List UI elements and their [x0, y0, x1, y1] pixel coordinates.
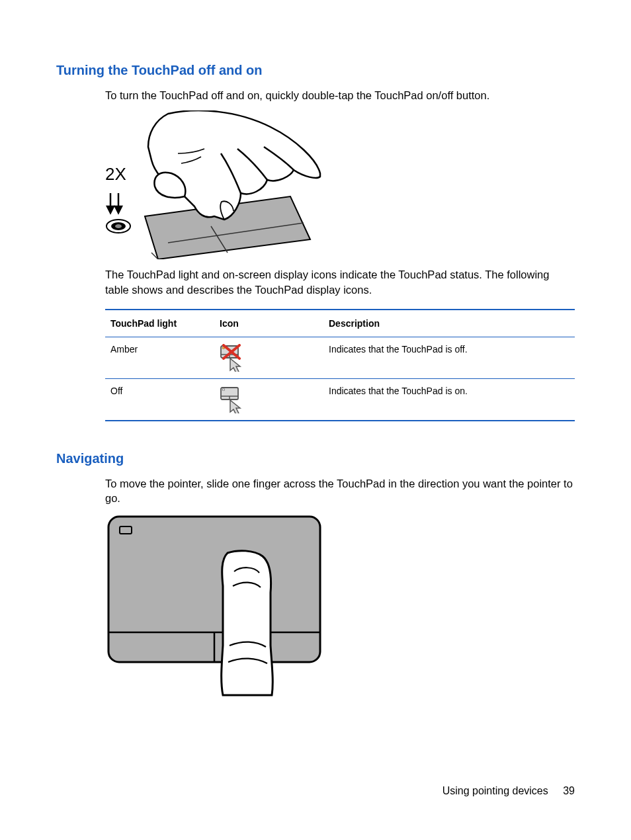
cell-light-off: Off: [105, 378, 214, 421]
footer-page-number: 39: [563, 785, 575, 796]
table-touchpad-icons: TouchPad light Icon Description Amber: [105, 309, 575, 421]
svg-rect-20: [223, 389, 225, 390]
text-table-intro: The TouchPad light and on-screen display…: [56, 267, 575, 297]
svg-point-10: [115, 224, 122, 228]
cell-icon-on: [214, 378, 323, 421]
label-2x: 2X: [105, 164, 126, 184]
cell-desc-off: Indicates that the TouchPad is off.: [323, 337, 575, 378]
footer-section-title: Using pointing devices: [442, 785, 548, 796]
svg-marker-1: [107, 206, 114, 213]
th-icon: Icon: [214, 310, 323, 337]
table-header-row: TouchPad light Icon Description: [105, 310, 575, 337]
table-row: Off Indicates that the TouchPad is: [105, 378, 575, 421]
text-navigating-intro: To move the pointer, slide one finger ac…: [56, 476, 575, 506]
table-row: Amber: [105, 337, 575, 378]
illustration-double-tap: 2X: [105, 110, 575, 259]
svg-marker-3: [115, 206, 122, 213]
touchpad-on-icon: [220, 386, 250, 413]
heading-turning-touchpad: Turning the TouchPad off and on: [56, 63, 575, 78]
cell-desc-on: Indicates that the TouchPad is on.: [323, 378, 575, 421]
th-description: Description: [323, 310, 575, 337]
illustration-navigating: [105, 513, 575, 698]
touchpad-off-icon: [220, 344, 250, 372]
th-touchpad-light: TouchPad light: [105, 310, 214, 337]
text-turning-intro: To turn the TouchPad off and on, quickly…: [56, 88, 575, 103]
cell-icon-off: [214, 337, 323, 378]
svg-rect-24: [120, 526, 132, 534]
heading-navigating: Navigating: [56, 451, 575, 466]
cell-light-amber: Amber: [105, 337, 214, 378]
page-footer: Using pointing devices 39: [442, 785, 575, 797]
